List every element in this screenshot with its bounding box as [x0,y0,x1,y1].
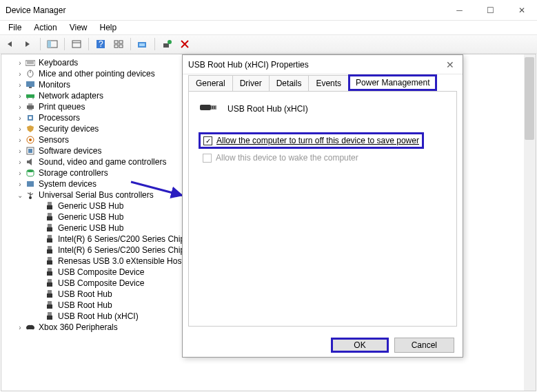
show-hide-console-button[interactable] [45,37,60,52]
forward-button[interactable] [21,37,36,52]
svg-rect-43 [48,213,52,216]
svg-rect-58 [47,293,52,298]
view-icon-button[interactable] [111,37,126,52]
usb-device-icon [44,201,55,211]
tab-events[interactable]: Events [308,75,349,91]
tree-item-label: Generic USB Hub [58,212,123,222]
svg-rect-45 [48,224,52,227]
tree-item-label: Processors [39,113,80,123]
enable-device-button[interactable] [159,37,174,52]
tree-item-label: Keyboards [39,58,78,68]
svg-rect-9 [119,45,123,48]
checkbox-power-off[interactable]: ✓ [203,136,212,145]
caret-icon[interactable] [15,158,25,166]
caret-icon[interactable] [15,81,25,89]
tree-item-label: Sensors [39,135,69,145]
svg-rect-7 [119,41,123,43]
caret-icon[interactable] [15,324,25,331]
properties-button[interactable] [69,37,84,52]
caret-icon[interactable] [15,70,25,78]
svg-rect-52 [47,260,52,265]
scrollbar-thumb[interactable] [525,57,534,140]
checkbox-row-power-off[interactable]: ✓ Allow the computer to turn off this de… [199,132,424,149]
svg-rect-56 [47,282,52,287]
svg-rect-22 [29,87,32,88]
usb-device-icon [44,234,55,244]
monitor-icon [25,80,36,90]
caret-icon[interactable] [15,136,25,144]
scan-hardware-button[interactable] [135,37,150,52]
caret-icon[interactable] [15,180,25,188]
svg-rect-49 [48,246,52,249]
tree-item-label: Xbox 360 Peripherals [39,322,118,332]
tree-item-label: USB Root Hub [58,300,112,310]
usb-device-icon [44,289,55,299]
close-button[interactable]: ✕ [506,0,537,21]
menu-action[interactable]: Action [28,21,62,34]
svg-rect-28 [28,109,32,110]
caret-icon[interactable] [15,147,25,155]
caret-icon[interactable] [15,125,25,133]
dialog-close-button[interactable]: ✕ [443,59,457,70]
svg-rect-59 [48,301,52,305]
svg-rect-11 [139,43,145,46]
svg-rect-1 [48,41,51,48]
window-controls: ─ ☐ ✕ [444,0,537,21]
svg-rect-65 [211,105,216,110]
svg-rect-21 [26,81,34,87]
tree-item-label: Storage controllers [39,168,108,178]
uninstall-device-button[interactable] [177,37,192,52]
svg-rect-6 [114,41,118,43]
system-icon [25,179,36,189]
toolbar: ? [0,34,537,54]
menu-view[interactable]: View [64,21,93,34]
tree-item-label: Intel(R) 6 Series/C200 Series Chip [58,234,185,244]
svg-rect-51 [48,257,52,260]
device-header: USB Root Hub (xHCI) [199,101,447,116]
svg-point-35 [27,169,34,172]
usb-icon [25,190,36,200]
svg-line-39 [28,193,30,194]
dialog-title: USB Root Hub (xHCI) Properties [188,60,443,70]
tab-general[interactable]: General [188,75,233,91]
tree-item-label: Renesas USB 3.0 eXtensible Host [58,256,184,266]
svg-rect-30 [29,116,32,119]
back-button[interactable] [3,37,18,52]
caret-icon[interactable] [15,103,25,111]
tab-power-management[interactable]: Power Management [348,74,437,91]
network-icon [25,91,36,101]
storage-icon [25,168,36,178]
svg-rect-57 [48,290,52,293]
tree-item-label: USB Root Hub [58,289,112,299]
ok-button[interactable]: OK [331,338,388,353]
menu-help[interactable]: Help [94,21,123,34]
usb-device-icon [44,245,55,255]
caret-icon[interactable] [15,59,25,67]
usb-device-icon [44,256,55,266]
svg-rect-62 [47,316,52,320]
cancel-button[interactable]: Cancel [394,338,454,353]
menu-file[interactable]: File [3,21,27,34]
tree-item-label: Mice and other pointing devices [39,69,155,79]
caret-icon[interactable] [15,114,25,122]
minimize-button[interactable]: ─ [444,0,475,21]
xbox-icon [25,322,36,332]
caret-icon[interactable] [15,169,25,177]
tab-driver[interactable]: Driver [232,75,270,91]
usb-device-icon [44,223,55,233]
sensor-icon [25,135,36,145]
checkbox-wake [203,154,212,163]
caret-icon[interactable] [15,92,25,100]
tab-details[interactable]: Details [269,75,310,91]
tree-item-label: USB Composite Device [58,278,144,288]
caret-icon[interactable] [15,192,25,199]
cpu-icon [25,113,36,123]
svg-text:?: ? [99,39,103,49]
svg-rect-48 [47,238,52,243]
checkbox-power-off-label: Allow the computer to turn off this devi… [216,136,419,145]
tree-item-label: Software devices [39,146,101,156]
svg-rect-54 [47,271,52,276]
printer-icon [25,102,36,112]
help-button[interactable]: ? [93,37,108,52]
maximize-button[interactable]: ☐ [475,0,506,21]
